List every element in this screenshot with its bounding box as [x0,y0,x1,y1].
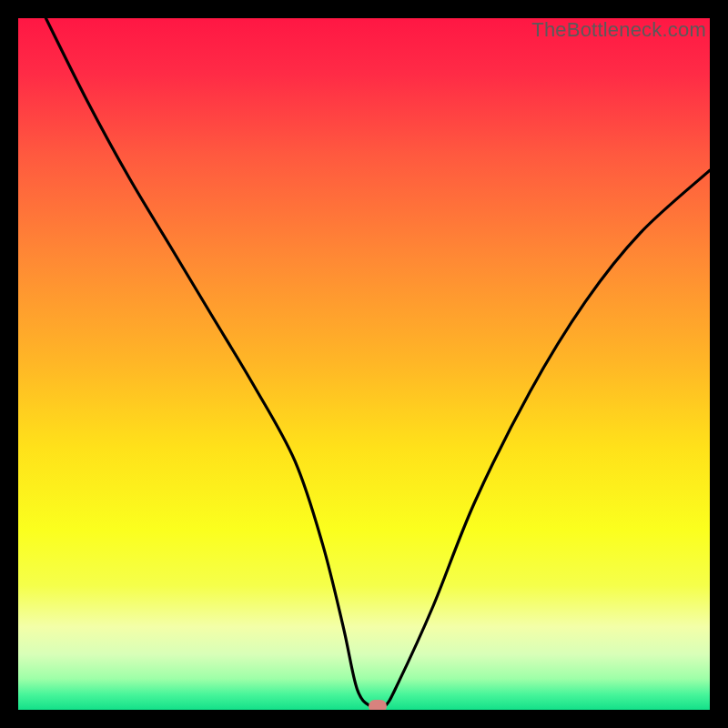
result-marker [369,700,387,710]
bottleneck-curve [18,18,710,710]
plot-area: TheBottleneck.com [18,18,710,710]
watermark-text: TheBottleneck.com [531,18,706,42]
chart-frame: TheBottleneck.com [18,18,710,710]
